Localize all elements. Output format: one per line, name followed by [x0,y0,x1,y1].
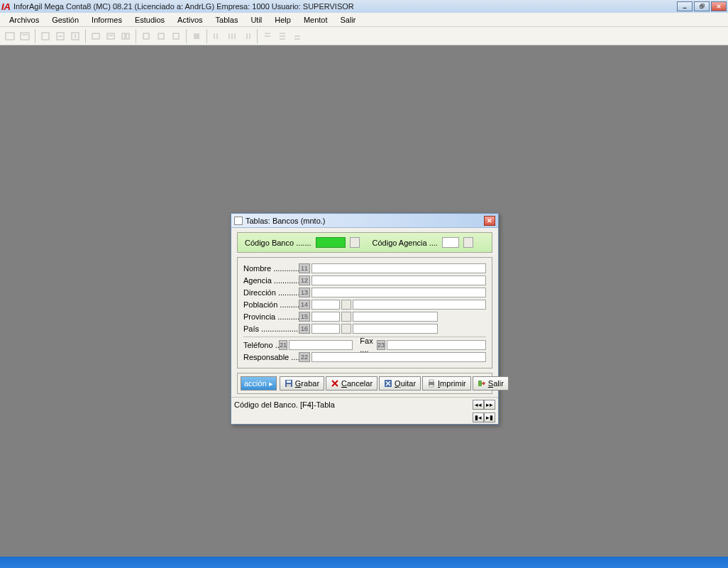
menu-mentot[interactable]: Mentot [297,14,334,26]
toolbar-divider [136,29,136,43]
close-button[interactable] [711,1,727,11]
imprimir-button[interactable]: Imprimir [422,376,471,390]
menu-archivos[interactable]: Archivos [3,14,45,26]
svg-rect-8 [42,33,49,40]
dialog-close-button[interactable]: ✕ [484,216,495,226]
toolbar-btn-6[interactable] [89,29,103,43]
taskbar [0,557,728,568]
menu-util[interactable]: Util [244,14,268,26]
toolbar-btn-4[interactable] [53,29,67,43]
agencia-input[interactable] [311,275,486,285]
poblacion-lookup[interactable] [341,300,351,310]
save-icon [285,379,293,388]
toolbar-btn-13[interactable] [210,29,224,43]
toolbar-btn-2[interactable] [18,29,32,43]
toolbar-btn-15[interactable] [240,29,254,43]
accion-button[interactable]: acción ▸ [241,376,277,390]
menu-salir[interactable]: Salir [334,14,363,26]
svg-rect-37 [287,381,291,383]
codigo-banco-lookup[interactable] [350,237,360,248]
responsable-label: Responsable ......... [243,353,299,361]
dialog-title: Tablas: Bancos (mnto.) [246,217,326,225]
toolbar-btn-18[interactable] [290,29,304,43]
svg-rect-20 [173,33,179,39]
quitar-button[interactable]: Quitar [379,376,421,390]
menu-help[interactable]: Help [268,14,297,26]
codigo-agencia-label: Código Agencia .... [373,239,438,247]
poblacion-name-input[interactable] [353,300,486,310]
pais-lookup[interactable] [341,324,351,334]
svg-rect-6 [21,33,29,40]
nav-buttons-row1: ◂◂ ▸▸ [473,400,495,410]
fax-label: Fax .... [360,337,375,354]
dialog-icon [234,217,243,225]
toolbar-btn-7[interactable] [104,29,118,43]
dialog-status-row2: ▮◂ ▸▮ [231,411,498,424]
toolbar-btn-12[interactable] [189,29,204,43]
codigo-banco-label: Código Banco ....... [245,239,311,247]
grabar-button[interactable]: Grabar [280,376,324,390]
toolbar-btn-14[interactable] [225,29,239,43]
dialog-titlebar[interactable]: Tablas: Bancos (mnto.) ✕ [231,214,498,228]
nombre-input[interactable] [311,263,486,273]
toolbar-divider [257,29,258,43]
nav-prev-button[interactable]: ◂◂ [473,400,484,410]
svg-rect-16 [122,33,125,39]
toolbar-btn-9[interactable] [139,29,153,43]
pais-code-input[interactable] [311,324,340,334]
app-titlebar: IA InforAgil Mega Conta8 (MC) 08.21 (Lic… [0,0,728,13]
codigo-banco-input[interactable] [316,237,346,248]
agencia-label: Agencia ................. [243,276,299,285]
pais-label: País ...................... [243,324,299,333]
toolbar-btn-11[interactable] [169,29,183,43]
toolbar-btn-5[interactable] [68,29,82,43]
codigo-panel: Código Banco ....... Código Agencia .... [237,232,492,253]
poblacion-label: Población .............. [243,300,299,309]
provincia-lookup[interactable] [341,312,351,322]
cancelar-label: Cancelar [341,379,373,388]
toolbar-btn-1[interactable] [3,29,17,43]
toolbar-btn-10[interactable] [154,29,168,43]
menu-tablas[interactable]: Tablas [209,14,245,26]
restore-button[interactable] [694,1,710,11]
minimize-button[interactable] [677,1,693,11]
nav-last-button[interactable]: ▸▮ [484,413,495,422]
provincia-code-input[interactable] [311,312,340,322]
toolbar-btn-16[interactable] [260,29,275,43]
toolbar-divider [206,29,207,43]
quitar-label: Quitar [395,379,416,388]
codigo-agencia-input[interactable] [442,237,459,248]
svg-rect-21 [194,33,199,39]
salir-button[interactable]: Salir [473,376,509,390]
menu-estudios[interactable]: Estudios [128,14,171,26]
toolbar-btn-17[interactable] [275,29,289,43]
dialog-status-text: Código del Banco. [F4]-Tabla [234,400,335,409]
toolbar-divider [186,29,187,43]
arrow-right-icon: ▸ [269,379,273,388]
toolbar-btn-3[interactable] [38,29,53,43]
svg-rect-13 [92,33,99,39]
svg-rect-46 [429,385,434,387]
direccion-input[interactable] [311,288,486,297]
toolbar-btn-8[interactable] [118,29,133,43]
pais-name-input[interactable] [353,324,438,334]
menu-activos[interactable]: Activos [171,14,209,26]
responsable-input[interactable] [311,352,486,362]
cancelar-button[interactable]: Cancelar [326,376,377,390]
menu-gestion[interactable]: Gestión [45,14,85,26]
provincia-label: Provincia ............... [243,312,299,321]
form-panel: Nombre .................. 11 Agencia ...… [237,257,492,368]
provincia-name-input[interactable] [353,312,438,322]
nav-next-button[interactable]: ▸▸ [484,400,495,410]
telefono-input[interactable] [289,340,353,350]
poblacion-code-input[interactable] [311,300,340,310]
menu-informes[interactable]: Informes [85,14,128,26]
salir-label: Salir [488,379,504,388]
toolbar-divider [85,29,86,43]
codigo-agencia-lookup[interactable] [463,237,473,248]
toolbar [0,27,728,45]
app-title: InforAgil Mega Conta8 (MC) 08.21 (Licenc… [13,2,354,11]
print-icon [427,379,436,388]
nav-first-button[interactable]: ▮◂ [473,413,484,422]
fax-input[interactable] [387,340,486,350]
